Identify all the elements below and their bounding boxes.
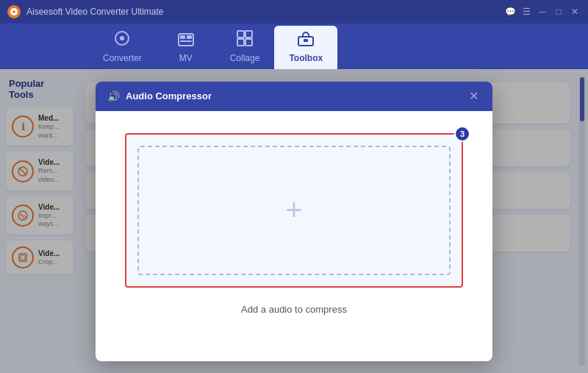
tab-converter[interactable]: Converter: [88, 24, 157, 69]
modal-overlay: 🔊 Audio Compressor ✕ + 3 Add a audio to …: [0, 69, 588, 373]
minimize-button[interactable]: ─: [537, 6, 548, 18]
modal-title: 🔊 Audio Compressor: [107, 90, 212, 102]
drop-zone-inner: +: [137, 146, 451, 275]
tab-converter-label: Converter: [103, 53, 142, 63]
add-files-icon: +: [285, 193, 302, 227]
window-controls: 💬 ☰ ─ □ ✕: [504, 6, 581, 18]
modal-title-text: Audio Compressor: [126, 90, 212, 102]
converter-icon: [114, 30, 130, 50]
collage-icon: [237, 30, 253, 50]
modal-header: 🔊 Audio Compressor ✕: [96, 82, 492, 111]
tab-collage-label: Collage: [230, 53, 260, 63]
svg-rect-10: [245, 31, 252, 38]
drop-zone-wrapper: + 3: [125, 133, 463, 288]
nav-bar: Converter MV Collage: [0, 24, 588, 69]
tab-toolbox[interactable]: Toolbox: [274, 26, 337, 69]
tab-collage[interactable]: Collage: [215, 24, 275, 69]
modal-body: + 3 Add a audio to compress: [96, 111, 492, 330]
audio-compressor-modal: 🔊 Audio Compressor ✕ + 3 Add a audio to …: [96, 82, 492, 361]
mv-icon: [178, 33, 194, 50]
drop-zone[interactable]: +: [125, 133, 463, 288]
modal-title-icon: 🔊: [107, 90, 120, 102]
svg-rect-11: [237, 39, 244, 46]
svg-rect-9: [237, 31, 244, 38]
maximize-button[interactable]: □: [553, 6, 564, 18]
svg-rect-8: [180, 40, 192, 42]
svg-point-4: [120, 36, 124, 40]
svg-point-2: [12, 10, 15, 13]
drop-zone-label: Add a audio to compress: [241, 304, 347, 315]
svg-rect-6: [180, 35, 185, 39]
app-title: Aiseesoft Video Converter Ultimate: [26, 7, 504, 17]
close-button[interactable]: ✕: [569, 6, 581, 18]
toolbox-icon: [298, 32, 314, 50]
file-count-badge: 3: [454, 126, 470, 142]
menu-icon[interactable]: ☰: [520, 6, 532, 18]
main-area: Popular Tools ℹ Med... Keep...want... Vi…: [0, 69, 588, 373]
modal-close-button[interactable]: ✕: [466, 89, 481, 104]
tab-mv[interactable]: MV: [157, 27, 215, 69]
tab-toolbox-label: Toolbox: [289, 53, 323, 63]
app-logo: [7, 5, 21, 18]
tab-mv-label: MV: [179, 53, 193, 63]
title-bar: Aiseesoft Video Converter Ultimate 💬 ☰ ─…: [0, 0, 588, 24]
svg-rect-14: [304, 39, 308, 42]
svg-rect-7: [187, 35, 192, 39]
chat-icon[interactable]: 💬: [504, 6, 516, 18]
svg-rect-12: [245, 39, 252, 46]
